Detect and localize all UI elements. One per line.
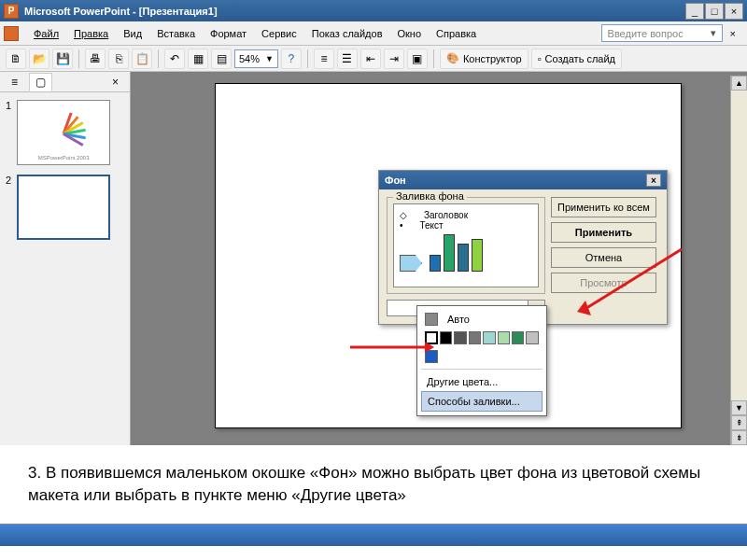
help-icon[interactable]: ? bbox=[281, 49, 302, 69]
background-dialog: Фон × Заливка фона ◇Заголовок •Текст bbox=[378, 170, 668, 325]
canvas: Фон × Заливка фона ◇Заголовок •Текст bbox=[131, 72, 747, 445]
paste-icon[interactable]: 📋 bbox=[132, 49, 152, 69]
instruction-caption: 3. В появившемся маленьком окошке «Фон» … bbox=[0, 445, 747, 524]
window-buttons: _ □ × bbox=[685, 3, 743, 20]
numbering-icon[interactable]: ☰ bbox=[337, 49, 358, 69]
swatch-lightgreen[interactable] bbox=[498, 331, 510, 344]
dialog-buttons: Применить ко всем Применить Отмена Просм… bbox=[551, 197, 656, 316]
menu-separator bbox=[421, 369, 543, 370]
more-colors-item[interactable]: Другие цвета... bbox=[421, 372, 543, 391]
undo-icon[interactable]: ↶ bbox=[164, 49, 185, 69]
panel-tabs: ≡ ▢ × bbox=[0, 72, 130, 92]
menu-edit[interactable]: Правка bbox=[66, 26, 116, 41]
slide-panel: ≡ ▢ × 1 MSPowerPoint 2003 bbox=[0, 72, 131, 445]
color-fan-icon bbox=[40, 114, 87, 151]
thumb-2: 2 bbox=[6, 175, 124, 240]
dialog-titlebar[interactable]: Фон × bbox=[379, 171, 667, 189]
menu-service[interactable]: Сервис bbox=[254, 26, 304, 41]
designer-button[interactable]: 🎨 Конструктор bbox=[440, 49, 529, 69]
menu-view[interactable]: Вид bbox=[116, 26, 149, 41]
menu-close-doc[interactable]: × bbox=[723, 26, 743, 41]
menu-format[interactable]: Формат bbox=[203, 26, 254, 41]
bar-chart-icon bbox=[430, 234, 483, 272]
auto-color-item[interactable]: Авто bbox=[421, 310, 543, 329]
workspace: ≡ ▢ × 1 MSPowerPoint 2003 bbox=[0, 72, 747, 445]
next-slide-icon[interactable]: ⇟ bbox=[731, 430, 747, 445]
bottom-accent-bar bbox=[0, 524, 747, 546]
scroll-down-icon[interactable]: ▼ bbox=[731, 400, 747, 415]
fill-preview: ◇Заголовок •Текст bbox=[393, 203, 539, 287]
menu-window[interactable]: Окно bbox=[390, 26, 430, 41]
new-doc-icon[interactable]: 🗎 bbox=[6, 49, 26, 69]
menu-slideshow[interactable]: Показ слайдов bbox=[304, 26, 390, 41]
layout-icon[interactable]: ▣ bbox=[407, 49, 428, 69]
menubar: Файл Правка Вид Вставка Формат Сервис По… bbox=[0, 21, 747, 46]
tab-slides[interactable]: ▢ bbox=[29, 73, 52, 91]
color-dropdown-menu: Авто Другие цвета... Способы заливки... bbox=[416, 305, 547, 416]
preview-text-ph: Текст bbox=[420, 220, 444, 231]
preview-button[interactable]: Просмотр bbox=[551, 273, 656, 293]
open-icon[interactable]: 📂 bbox=[29, 49, 49, 69]
bullets-icon[interactable]: ≡ bbox=[314, 49, 334, 69]
thumb-2-number: 2 bbox=[6, 175, 11, 240]
swatch-black[interactable] bbox=[440, 331, 452, 344]
zoom-combo[interactable]: 54%▼ bbox=[234, 49, 278, 68]
save-icon[interactable]: 💾 bbox=[52, 49, 73, 69]
scroll-up-icon[interactable]: ▲ bbox=[731, 76, 747, 91]
swatch-teal[interactable] bbox=[483, 331, 495, 344]
doc-icon bbox=[4, 26, 19, 41]
thumb-1: 1 MSPowerPoint 2003 bbox=[6, 100, 124, 165]
ask-question-input[interactable]: Введите вопрос bbox=[601, 24, 723, 42]
swatch-white[interactable] bbox=[425, 331, 438, 344]
auto-label: Авто bbox=[447, 314, 470, 325]
minimize-button[interactable]: _ bbox=[685, 3, 704, 20]
menu-insert[interactable]: Вставка bbox=[149, 26, 203, 41]
preview-title-ph: Заголовок bbox=[424, 210, 468, 220]
new-slide-button[interactable]: ▫ Создать слайд bbox=[531, 49, 622, 69]
swatch-darkgray[interactable] bbox=[454, 331, 466, 344]
thumb-1-slide[interactable]: MSPowerPoint 2003 bbox=[17, 100, 110, 165]
apply-button[interactable]: Применить bbox=[551, 222, 656, 243]
menu-help[interactable]: Справка bbox=[429, 26, 484, 41]
apply-all-button[interactable]: Применить ко всем bbox=[551, 197, 656, 217]
prev-slide-icon[interactable]: ⇞ bbox=[731, 415, 747, 430]
swatch-silver[interactable] bbox=[526, 331, 538, 344]
auto-swatch-icon bbox=[425, 313, 438, 326]
indent-left-icon[interactable]: ⇤ bbox=[360, 49, 381, 69]
color-swatch-row-2 bbox=[421, 347, 543, 366]
fill-methods-item[interactable]: Способы заливки... bbox=[421, 391, 543, 412]
cancel-button[interactable]: Отмена bbox=[551, 247, 656, 268]
tab-outline[interactable]: ≡ bbox=[6, 74, 23, 91]
window-title: Microsoft PowerPoint - [Презентация1] bbox=[24, 6, 685, 17]
swatch-green[interactable] bbox=[512, 331, 524, 344]
app-icon: P bbox=[4, 4, 19, 19]
arrow-shape-icon bbox=[400, 255, 422, 272]
vertical-scrollbar[interactable]: ▲ ▼ ⇞ ⇟ bbox=[730, 76, 747, 445]
thumb-2-slide[interactable] bbox=[17, 175, 110, 240]
fill-fieldset: Заливка фона ◇Заголовок •Текст bbox=[387, 197, 545, 294]
tab-close[interactable]: × bbox=[106, 74, 124, 91]
menu-file[interactable]: Файл bbox=[26, 26, 66, 41]
fieldset-legend: Заливка фона bbox=[393, 190, 467, 202]
dialog-close-icon[interactable]: × bbox=[646, 174, 661, 187]
indent-right-icon[interactable]: ⇥ bbox=[384, 49, 404, 69]
close-button[interactable]: × bbox=[725, 3, 743, 20]
toolbar: 🗎 📂 💾 🖶 ⎘ 📋 ↶ ▦ ▤ 54%▼ ? ≡ ☰ ⇤ ⇥ ▣ 🎨 Кон… bbox=[0, 46, 747, 72]
dialog-title: Фон bbox=[385, 175, 406, 186]
thumbnails: 1 MSPowerPoint 2003 2 bbox=[0, 92, 130, 257]
restore-button[interactable]: □ bbox=[705, 3, 724, 20]
copy-icon[interactable]: ⎘ bbox=[108, 49, 129, 69]
swatch-blue[interactable] bbox=[425, 350, 438, 363]
window-titlebar: P Microsoft PowerPoint - [Презентация1] … bbox=[0, 0, 747, 21]
color-swatch-row-1 bbox=[421, 329, 543, 347]
thumb-1-number: 1 bbox=[6, 100, 11, 165]
table-icon[interactable]: ▦ bbox=[188, 49, 208, 69]
swatch-gray[interactable] bbox=[469, 331, 481, 344]
print-icon[interactable]: 🖶 bbox=[85, 49, 106, 69]
thumb-1-caption: MSPowerPoint 2003 bbox=[38, 155, 90, 161]
grid-icon[interactable]: ▤ bbox=[211, 49, 232, 69]
